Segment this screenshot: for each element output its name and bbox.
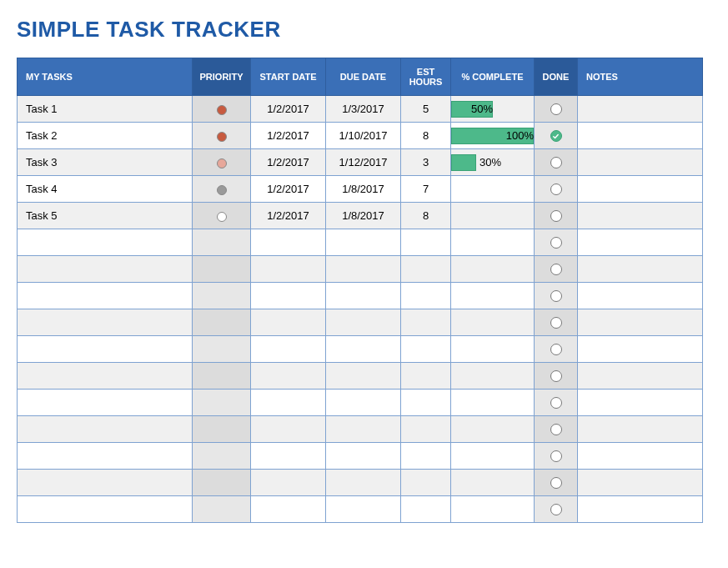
cell-priority[interactable] [193,149,251,176]
cell-start-date[interactable] [251,309,326,336]
cell-est-hours[interactable] [401,256,451,283]
cell-done[interactable] [535,203,578,229]
cell-priority[interactable] [193,123,251,149]
cell-task[interactable]: Task 3 [18,149,193,176]
cell-percent-complete[interactable] [451,283,535,309]
cell-done[interactable] [535,176,578,203]
col-header-complete[interactable]: % COMPLETE [451,58,535,96]
cell-due-date[interactable] [326,390,401,416]
cell-notes[interactable] [578,496,703,523]
cell-done[interactable] [535,363,578,390]
cell-task[interactable]: Task 4 [18,176,193,203]
cell-task[interactable] [18,256,193,283]
cell-percent-complete[interactable] [451,390,535,416]
cell-notes[interactable] [578,283,703,309]
cell-due-date[interactable] [326,309,401,336]
cell-start-date[interactable] [251,496,326,523]
cell-due-date[interactable] [326,443,401,470]
cell-due-date[interactable] [326,283,401,309]
cell-done[interactable] [535,309,578,336]
cell-start-date[interactable] [251,229,326,256]
cell-start-date[interactable] [251,390,326,416]
cell-est-hours[interactable]: 5 [401,96,451,123]
cell-start-date[interactable]: 1/2/2017 [251,203,326,229]
cell-due-date[interactable]: 1/8/2017 [326,176,401,203]
cell-due-date[interactable] [326,229,401,256]
cell-start-date[interactable]: 1/2/2017 [251,176,326,203]
cell-est-hours[interactable] [401,496,451,523]
cell-notes[interactable] [578,176,703,203]
cell-priority[interactable] [193,416,251,443]
cell-done[interactable] [535,336,578,363]
cell-due-date[interactable]: 1/3/2017 [326,96,401,123]
cell-done[interactable] [535,96,578,123]
cell-priority[interactable] [193,203,251,229]
cell-priority[interactable] [193,309,251,336]
cell-percent-complete[interactable] [451,256,535,283]
cell-start-date[interactable]: 1/2/2017 [251,149,326,176]
cell-due-date[interactable] [326,256,401,283]
cell-est-hours[interactable] [401,309,451,336]
cell-task[interactable]: Task 5 [18,203,193,229]
cell-est-hours[interactable]: 8 [401,123,451,149]
cell-notes[interactable] [578,309,703,336]
cell-done[interactable] [535,470,578,496]
cell-percent-complete[interactable] [451,336,535,363]
cell-est-hours[interactable] [401,443,451,470]
cell-est-hours[interactable] [401,470,451,496]
cell-task[interactable] [18,443,193,470]
cell-task[interactable] [18,336,193,363]
cell-percent-complete[interactable] [451,203,535,229]
cell-percent-complete[interactable] [451,309,535,336]
cell-est-hours[interactable]: 3 [401,149,451,176]
cell-due-date[interactable]: 1/12/2017 [326,149,401,176]
cell-done[interactable] [535,149,578,176]
cell-priority[interactable] [193,229,251,256]
cell-est-hours[interactable]: 7 [401,176,451,203]
cell-percent-complete[interactable] [451,496,535,523]
cell-notes[interactable] [578,149,703,176]
cell-start-date[interactable] [251,416,326,443]
cell-priority[interactable] [193,176,251,203]
cell-priority[interactable] [193,443,251,470]
cell-priority[interactable] [193,470,251,496]
col-header-start[interactable]: START DATE [251,58,326,96]
cell-est-hours[interactable] [401,336,451,363]
cell-due-date[interactable] [326,336,401,363]
cell-done[interactable] [535,390,578,416]
cell-percent-complete[interactable] [451,176,535,203]
cell-notes[interactable] [578,443,703,470]
cell-priority[interactable] [193,390,251,416]
cell-start-date[interactable] [251,470,326,496]
cell-done[interactable] [535,123,578,149]
cell-est-hours[interactable] [401,416,451,443]
cell-done[interactable] [535,229,578,256]
cell-percent-complete[interactable] [451,443,535,470]
cell-est-hours[interactable] [401,229,451,256]
cell-priority[interactable] [193,256,251,283]
cell-est-hours[interactable] [401,363,451,390]
cell-task[interactable] [18,390,193,416]
cell-priority[interactable] [193,96,251,123]
cell-priority[interactable] [193,336,251,363]
cell-percent-complete[interactable] [451,363,535,390]
cell-start-date[interactable]: 1/2/2017 [251,123,326,149]
cell-done[interactable] [535,283,578,309]
cell-due-date[interactable] [326,416,401,443]
cell-due-date[interactable] [326,470,401,496]
cell-notes[interactable] [578,123,703,149]
cell-percent-complete[interactable] [451,470,535,496]
cell-task[interactable] [18,470,193,496]
cell-task[interactable]: Task 2 [18,123,193,149]
cell-notes[interactable] [578,363,703,390]
cell-task[interactable] [18,496,193,523]
cell-notes[interactable] [578,470,703,496]
cell-priority[interactable] [193,363,251,390]
cell-notes[interactable] [578,336,703,363]
cell-task[interactable] [18,416,193,443]
cell-start-date[interactable]: 1/2/2017 [251,96,326,123]
cell-percent-complete[interactable] [451,229,535,256]
col-header-notes[interactable]: NOTES [578,58,703,96]
cell-done[interactable] [535,416,578,443]
cell-start-date[interactable] [251,443,326,470]
